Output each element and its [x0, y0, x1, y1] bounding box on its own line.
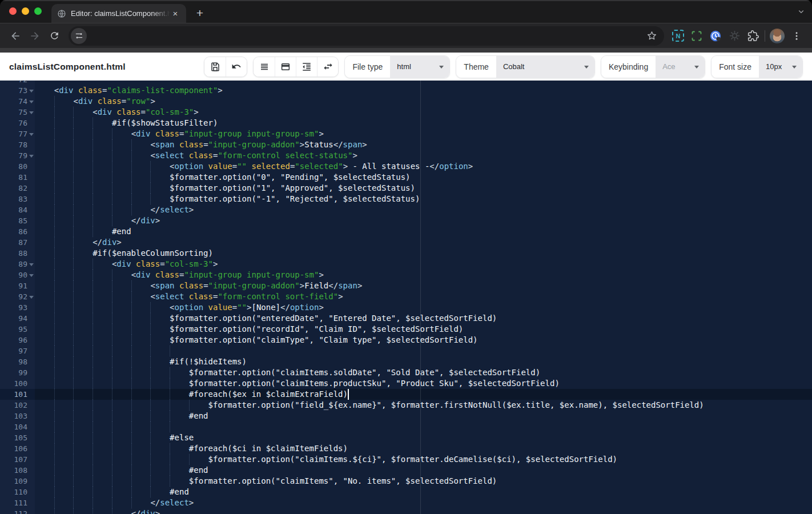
code-line[interactable]: 98#if(!$hideItems): [0, 356, 812, 367]
editor-content[interactable]: 7273<div class="claims-list-component">7…: [0, 81, 812, 514]
bookmark-star-icon[interactable]: [646, 30, 657, 41]
gutter-line-number[interactable]: 77: [0, 128, 35, 139]
extensions-puzzle-icon[interactable]: [747, 30, 759, 42]
keybinding-value[interactable]: Ace: [656, 56, 705, 78]
code-line[interactable]: 73<div class="claims-list-component">: [0, 85, 812, 96]
gutter-line-number[interactable]: 96: [0, 335, 35, 346]
code-line[interactable]: 109$formatter.option("claimItems", "No. …: [0, 476, 812, 487]
code-line[interactable]: 72: [0, 81, 812, 85]
code-line-text[interactable]: #if($enableColumnSorting): [35, 248, 812, 259]
code-line-text[interactable]: <span class="input-group-addon">Field</s…: [35, 280, 812, 291]
profile-avatar[interactable]: [767, 26, 787, 46]
gutter-line-number[interactable]: 92: [0, 291, 35, 302]
gutter-line-number[interactable]: 110: [0, 487, 35, 497]
gutter-line-number[interactable]: 84: [0, 204, 35, 215]
fold-arrow-icon[interactable]: [29, 133, 34, 136]
code-line[interactable]: 82$formatter.option("1", "Approved", $se…: [0, 183, 812, 194]
forward-button[interactable]: [25, 26, 45, 46]
code-line-text[interactable]: $formatter.option("enteredDate", "Entere…: [35, 313, 812, 324]
code-line-text[interactable]: <div class="input-group input-group-sm">: [35, 128, 812, 139]
code-line[interactable]: 112</div>: [0, 508, 812, 514]
code-line[interactable]: 104: [0, 421, 812, 432]
code-line-text[interactable]: </div>: [35, 508, 812, 514]
code-line-text[interactable]: $formatter.option("claimItems.soldDate",…: [35, 367, 812, 378]
code-line[interactable]: 110#end: [0, 487, 812, 497]
code-line[interactable]: 99$formatter.option("claimItems.soldDate…: [0, 367, 812, 378]
gutter-line-number[interactable]: 95: [0, 324, 35, 335]
font-size-select[interactable]: Font size 10px: [711, 55, 803, 78]
code-line[interactable]: 81$formatter.option("0", "Pending", $sel…: [0, 172, 812, 183]
gutter-line-number[interactable]: 103: [0, 411, 35, 421]
code-line[interactable]: 96$formatter.option("claimType", "Claim …: [0, 335, 812, 346]
save-button[interactable]: [204, 57, 226, 77]
zoom-window-button[interactable]: [34, 7, 42, 15]
back-button[interactable]: [6, 26, 25, 46]
gutter-line-number[interactable]: 88: [0, 248, 35, 259]
code-line[interactable]: 95$formatter.option("recordId", "Claim I…: [0, 324, 812, 335]
code-line[interactable]: 93<option value="">[None]</option>: [0, 302, 812, 313]
code-line-text[interactable]: $formatter.option("1", "Approved", $sele…: [35, 183, 812, 194]
panel-layout-button[interactable]: [275, 57, 296, 77]
code-line-text[interactable]: #end: [35, 226, 812, 237]
browser-menu-kebab-icon[interactable]: [787, 26, 806, 46]
code-line-text[interactable]: <div class="col-sm-3">: [35, 259, 812, 270]
font-size-value[interactable]: 10px: [759, 56, 802, 78]
code-line-text[interactable]: #else: [35, 432, 812, 443]
theme-value[interactable]: Cobalt: [496, 56, 594, 78]
gutter-line-number[interactable]: 87: [0, 237, 35, 248]
gutter-line-number[interactable]: 108: [0, 465, 35, 476]
code-line-text[interactable]: </div>: [35, 237, 812, 248]
keybinding-select[interactable]: Keybinding Ace: [601, 55, 705, 78]
code-line[interactable]: 75<div class="col-sm-3">: [0, 107, 812, 118]
code-line-text[interactable]: <div class="row">: [35, 96, 812, 107]
code-line-text[interactable]: <span class="input-group-addon">Status</…: [35, 139, 812, 150]
gutter-line-number[interactable]: 90: [0, 270, 35, 280]
code-line-text[interactable]: <div class="input-group input-group-sm">: [35, 270, 812, 280]
code-line-text[interactable]: $formatter.option("0", "Pending", $selec…: [35, 172, 812, 183]
code-line-text[interactable]: #if(!$hideItems): [35, 356, 812, 367]
code-line-text[interactable]: $formatter.option("field_${ex.name}", $f…: [35, 400, 812, 411]
fold-arrow-icon[interactable]: [29, 155, 34, 158]
code-line-text[interactable]: [35, 421, 812, 432]
gutter-line-number[interactable]: 85: [0, 215, 35, 226]
chevron-down-icon[interactable]: [796, 6, 806, 17]
code-line-text[interactable]: $formatter.option("claimItems.${ci}", $f…: [35, 454, 812, 465]
gutter-line-number[interactable]: 106: [0, 443, 35, 454]
code-line-text[interactable]: #if($showStatusFilter): [35, 118, 812, 128]
fold-arrow-icon[interactable]: [29, 111, 34, 114]
gutter-line-number[interactable]: 78: [0, 139, 35, 150]
code-line[interactable]: 85</div>: [0, 215, 812, 226]
gutter-line-number[interactable]: 100: [0, 378, 35, 389]
fold-arrow-icon[interactable]: [29, 263, 34, 266]
gutter-line-number[interactable]: 112: [0, 508, 35, 514]
code-line-text[interactable]: $formatter.option("-1", "Rejected", $sel…: [35, 194, 812, 204]
extension-n-icon[interactable]: N: [672, 30, 684, 42]
gutter-line-number[interactable]: 83: [0, 194, 35, 204]
code-line-text[interactable]: [35, 81, 812, 85]
code-line[interactable]: 100$formatter.option("claimItems.product…: [0, 378, 812, 389]
code-line-text[interactable]: <option value="">[None]</option>: [35, 302, 812, 313]
code-line-text[interactable]: [35, 346, 812, 356]
gutter-line-number[interactable]: 109: [0, 476, 35, 487]
justify-button[interactable]: [254, 57, 275, 77]
new-tab-button[interactable]: +: [192, 5, 208, 21]
code-line[interactable]: 87</div>: [0, 237, 812, 248]
browser-tab[interactable]: Editor: claimsListComponent.html ×: [51, 4, 186, 23]
gutter-line-number[interactable]: 76: [0, 118, 35, 128]
code-line[interactable]: 105#else: [0, 432, 812, 443]
code-editor[interactable]: 7273<div class="claims-list-component">7…: [0, 81, 812, 514]
gutter-line-number[interactable]: 80: [0, 161, 35, 172]
reload-button[interactable]: [45, 26, 64, 46]
gutter-line-number[interactable]: 82: [0, 183, 35, 194]
code-line[interactable]: 74<div class="row">: [0, 96, 812, 107]
code-line[interactable]: 90<div class="input-group input-group-sm…: [0, 270, 812, 280]
undo-button[interactable]: [226, 57, 247, 77]
code-line[interactable]: 102$formatter.option("field_${ex.name}",…: [0, 400, 812, 411]
code-line[interactable]: 84</select>: [0, 204, 812, 215]
code-line[interactable]: 89<div class="col-sm-3">: [0, 259, 812, 270]
code-line-text[interactable]: </select>: [35, 497, 812, 508]
code-line[interactable]: 106#foreach($ci in $claimItemFields): [0, 443, 812, 454]
code-line-text[interactable]: $formatter.option("claimItems.productSku…: [35, 378, 812, 389]
code-line-text[interactable]: #end: [35, 465, 812, 476]
theme-select[interactable]: Theme Cobalt: [456, 55, 595, 78]
